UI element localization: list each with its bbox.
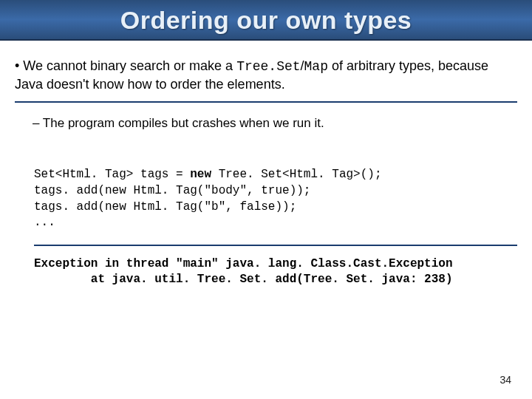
exception-output: Exception in thread "main" java. lang. C… (34, 256, 517, 288)
error-line-1: Exception in thread "main" java. lang. C… (34, 257, 453, 270)
title-header: Ordering our own types (0, 0, 532, 41)
slide-content: • We cannot binary search or make a Tree… (0, 41, 532, 288)
page-number: 34 (499, 374, 511, 386)
inline-code-treeset: Tree.Set (236, 59, 300, 74)
slide-title: Ordering our own types (0, 6, 532, 35)
code-line-3: tags. add(new Html. Tag("b", false)); (34, 200, 296, 214)
error-line-2: at java. util. Tree. Set. add(Tree. Set.… (34, 273, 453, 286)
main-bullet: • We cannot binary search or make a Tree… (15, 57, 517, 103)
sub-bullet: – The program compiles but crashes when … (33, 115, 517, 132)
code-line-4: ... (34, 216, 55, 229)
code-example: Set<Html. Tag> tags = new Tree. Set<Html… (34, 167, 517, 245)
code-line-2: tags. add(new Html. Tag("body", true)); (34, 184, 310, 197)
bullet-text-pre: • We cannot binary search or make a (15, 58, 236, 73)
code-line-1b: Tree. Set<Html. Tag>(); (211, 168, 381, 181)
keyword-new: new (190, 168, 211, 181)
code-line-1a: Set<Html. Tag> tags = (34, 168, 190, 181)
inline-code-map: Map (304, 59, 328, 74)
